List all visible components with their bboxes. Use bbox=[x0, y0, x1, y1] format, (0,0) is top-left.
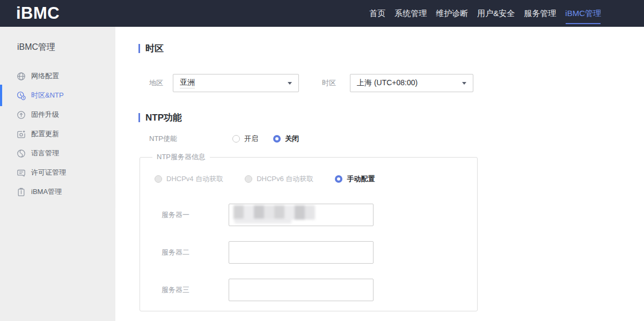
radio-circle-icon bbox=[245, 175, 252, 183]
radio-label: DHCPv4 自动获取 bbox=[166, 174, 223, 184]
ntp-enable-label: NTP使能 bbox=[149, 134, 232, 144]
radio-circle-icon bbox=[335, 175, 342, 183]
server-two-row: 服务器二 bbox=[162, 241, 477, 264]
radio-circle-icon bbox=[273, 135, 281, 143]
server-three-label: 服务器三 bbox=[162, 285, 229, 295]
radio-dhcpv6-auto[interactable]: DHCPv6 自动获取 bbox=[245, 174, 313, 184]
firmware-upgrade-icon bbox=[17, 110, 26, 120]
server-three-row: 服务器三 bbox=[162, 279, 477, 301]
timezone-select[interactable]: 上海 (UTC+08:00) bbox=[350, 74, 473, 92]
radio-label: DHCPv6 自动获取 bbox=[257, 174, 313, 184]
server-one-input[interactable] bbox=[229, 204, 374, 226]
region-select-value: 亚洲 bbox=[180, 78, 195, 88]
timezone-form-row: 地区 亚洲 时区 上海 (UTC+08:00) bbox=[138, 74, 644, 92]
dropdown-caret-icon bbox=[288, 82, 292, 85]
section-title-text: NTP功能 bbox=[145, 111, 182, 124]
sidebar-item-label: 语言管理 bbox=[31, 148, 59, 158]
sidebar-item-license-management[interactable]: 许可证管理 bbox=[0, 163, 115, 182]
config-update-icon bbox=[17, 130, 26, 139]
ibma-icon bbox=[17, 188, 26, 197]
network-icon bbox=[17, 72, 26, 81]
sidebar-title: iBMC管理 bbox=[17, 42, 115, 53]
main-content: 时区 地区 亚洲 时区 上海 (UTC+08:00) NTP功能 NTP使能 开… bbox=[115, 27, 644, 321]
radio-label: 手动配置 bbox=[347, 174, 375, 184]
ntp-server-fieldset: NTP服务器信息 DHCPv4 自动获取 DHCPv6 自动获取 手动配置 服务… bbox=[140, 152, 478, 311]
timezone-select-value: 上海 (UTC+08:00) bbox=[357, 78, 418, 88]
sidebar-item-label: 网络配置 bbox=[31, 71, 59, 81]
sidebar-item-config-update[interactable]: 配置更新 bbox=[0, 124, 115, 144]
sidebar-item-firmware-upgrade[interactable]: 固件升级 bbox=[0, 105, 115, 124]
server-one-label: 服务器一 bbox=[162, 210, 229, 220]
nav-item-system[interactable]: 系统管理 bbox=[394, 0, 427, 27]
app-logo: iBMC bbox=[16, 4, 60, 23]
radio-circle-icon bbox=[232, 135, 240, 143]
sidebar-item-network-config[interactable]: 网络配置 bbox=[0, 66, 115, 86]
region-select[interactable]: 亚洲 bbox=[173, 74, 299, 92]
sidebar-item-language-management[interactable]: 语言管理 bbox=[0, 144, 115, 163]
license-icon bbox=[17, 168, 26, 177]
radio-ntp-off[interactable]: 关闭 bbox=[273, 134, 299, 144]
timezone-section-title: 时区 bbox=[138, 43, 644, 54]
region-label: 地区 bbox=[149, 78, 173, 88]
dropdown-caret-icon bbox=[462, 82, 466, 85]
redacted-value bbox=[233, 205, 315, 220]
server-two-label: 服务器二 bbox=[162, 248, 229, 257]
timezone-label: 时区 bbox=[322, 78, 350, 88]
sidebar-item-label: 配置更新 bbox=[31, 129, 59, 139]
server-one-row: 服务器一 bbox=[162, 204, 477, 226]
ntp-section-title: NTP功能 bbox=[138, 113, 644, 123]
sidebar-item-label: 许可证管理 bbox=[31, 168, 66, 177]
nav-item-services[interactable]: 服务管理 bbox=[524, 0, 556, 27]
sidebar-item-label: 时区&NTP bbox=[31, 91, 64, 100]
language-icon bbox=[17, 149, 26, 158]
top-navigation: 首页 系统管理 维护诊断 用户&安全 服务管理 iBMC管理 bbox=[369, 0, 601, 27]
nav-item-user-security[interactable]: 用户&安全 bbox=[477, 0, 515, 27]
ntp-server-mode-row: DHCPv4 自动获取 DHCPv6 自动获取 手动配置 bbox=[155, 174, 477, 184]
sidebar-item-label: iBMA管理 bbox=[31, 187, 62, 197]
ntp-enable-row: NTP使能 开启 关闭 bbox=[138, 134, 644, 144]
radio-circle-icon bbox=[155, 175, 162, 183]
radio-manual-config[interactable]: 手动配置 bbox=[335, 174, 375, 184]
sidebar-item-ibma-management[interactable]: iBMA管理 bbox=[0, 182, 115, 201]
section-accent-bar bbox=[138, 44, 140, 53]
section-accent-bar bbox=[138, 113, 140, 122]
timezone-icon bbox=[17, 91, 26, 100]
server-two-input[interactable] bbox=[229, 241, 374, 264]
sidebar-item-timezone-ntp[interactable]: 时区&NTP bbox=[0, 86, 115, 105]
nav-item-maintenance[interactable]: 维护诊断 bbox=[436, 0, 468, 27]
sidebar-item-label: 固件升级 bbox=[31, 110, 59, 120]
radio-dhcpv4-auto[interactable]: DHCPv4 自动获取 bbox=[155, 174, 223, 184]
nav-item-ibmc-management[interactable]: iBMC管理 bbox=[565, 0, 601, 27]
section-title-text: 时区 bbox=[145, 42, 164, 55]
sidebar: iBMC管理 网络配置 时区&NTP bbox=[0, 27, 115, 321]
ntp-server-legend: NTP服务器信息 bbox=[152, 152, 210, 162]
radio-ntp-on[interactable]: 开启 bbox=[232, 134, 258, 144]
radio-label: 开启 bbox=[244, 134, 258, 144]
top-header: iBMC 首页 系统管理 维护诊断 用户&安全 服务管理 iBMC管理 bbox=[0, 0, 644, 27]
radio-label: 关闭 bbox=[285, 134, 299, 144]
sidebar-menu: 网络配置 时区&NTP 固件升级 bbox=[0, 66, 115, 201]
server-three-input[interactable] bbox=[229, 279, 374, 301]
nav-item-home[interactable]: 首页 bbox=[369, 0, 385, 27]
